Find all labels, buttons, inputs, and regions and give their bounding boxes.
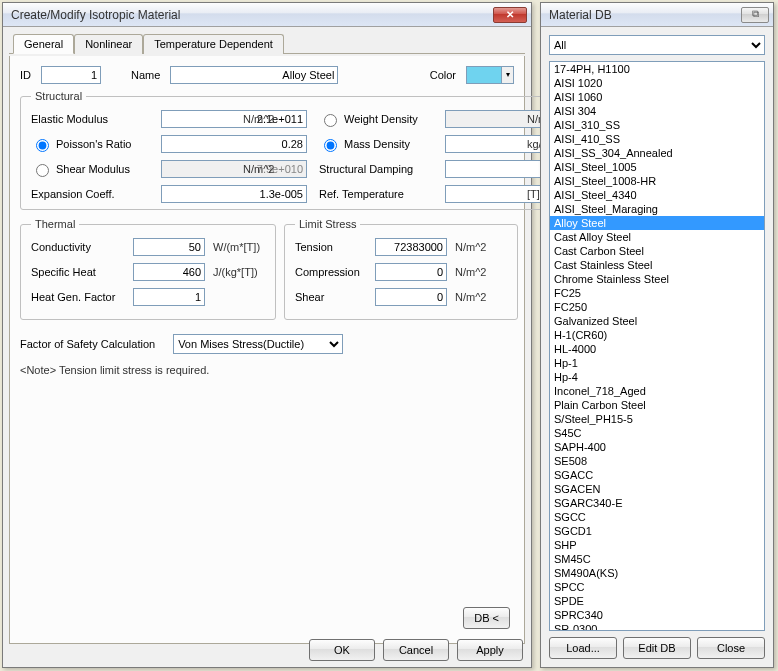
db-item[interactable]: AISI 1060 — [550, 90, 764, 104]
db-item[interactable]: SPCC — [550, 580, 764, 594]
db-item[interactable]: AISI 304 — [550, 104, 764, 118]
db-item[interactable]: FC25 — [550, 286, 764, 300]
db-item[interactable]: Cast Alloy Steel — [550, 230, 764, 244]
db-toggle-button[interactable]: DB < — [463, 607, 510, 629]
db-material-list[interactable]: 17-4PH, H1100AISI 1020AISI 1060AISI 304A… — [549, 61, 765, 631]
db-item[interactable]: HL-4000 — [550, 342, 764, 356]
fos-row: Factor of Safety Calculation Von Mises S… — [20, 334, 514, 354]
specific-heat-label: Specific Heat — [31, 266, 129, 278]
db-item[interactable]: Plain Carbon Steel — [550, 398, 764, 412]
db-item[interactable]: AISI_Steel_4340 — [550, 188, 764, 202]
db-filter-select[interactable]: All — [549, 35, 765, 55]
poissons-ratio-input[interactable] — [161, 135, 307, 153]
tension-input[interactable] — [375, 238, 447, 256]
db-item[interactable]: S/Steel_PH15-5 — [550, 412, 764, 426]
tab-strip: General Nonlinear Temperature Dependent — [9, 33, 525, 54]
structural-damping-label: Structural Damping — [319, 163, 413, 175]
fos-label: Factor of Safety Calculation — [20, 338, 155, 350]
db-item[interactable]: AISI_Steel_1008-HR — [550, 174, 764, 188]
row-id-name: ID Name Color ▾ — [20, 66, 514, 84]
db-item[interactable]: SAPH-400 — [550, 440, 764, 454]
id-label: ID — [20, 69, 31, 81]
db-titlebar: Material DB ⧉ — [541, 3, 773, 27]
db-item[interactable]: AISI_410_SS — [550, 132, 764, 146]
expansion-coeff-input[interactable] — [161, 185, 307, 203]
shear-modulus-radio[interactable]: Shear Modulus — [31, 161, 161, 177]
edit-db-button[interactable]: Edit DB — [623, 637, 691, 659]
color-dropdown-icon[interactable]: ▾ — [502, 66, 514, 84]
db-item[interactable]: SM45C — [550, 552, 764, 566]
db-item[interactable]: SGARC340-E — [550, 496, 764, 510]
note-text: <Note> Tension limit stress is required. — [20, 364, 514, 376]
elastic-modulus-label: Elastic Modulus — [31, 113, 108, 125]
heat-gen-factor-input[interactable] — [133, 288, 205, 306]
main-body: General Nonlinear Temperature Dependent … — [3, 27, 531, 650]
main-title: Create/Modify Isotropic Material — [11, 8, 493, 22]
thermal-legend: Thermal — [31, 218, 79, 230]
cancel-button[interactable]: Cancel — [383, 639, 449, 661]
mass-density-radio[interactable]: Mass Density — [319, 136, 445, 152]
db-item[interactable]: 17-4PH, H1100 — [550, 62, 764, 76]
compression-unit: N/m^2 — [455, 266, 507, 278]
db-item[interactable]: AISI_SS_304_Annealed — [550, 146, 764, 160]
close-icon[interactable]: ✕ — [493, 7, 527, 23]
weight-density-radio[interactable]: Weight Density — [319, 111, 445, 127]
db-item[interactable]: Galvanized Steel — [550, 314, 764, 328]
db-item[interactable]: SR-0300 — [550, 622, 764, 631]
tab-tempdep[interactable]: Temperature Dependent — [143, 34, 284, 54]
thermal-limit-row: Thermal ConductivityW/(m*[T]) Specific H… — [20, 218, 514, 328]
db-item[interactable]: SGACC — [550, 468, 764, 482]
load-button[interactable]: Load... — [549, 637, 617, 659]
conductivity-input[interactable] — [133, 238, 205, 256]
conductivity-label: Conductivity — [31, 241, 129, 253]
id-input[interactable] — [41, 66, 101, 84]
fos-select[interactable]: Von Mises Stress(Ductile) — [173, 334, 343, 354]
limit-stress-group: Limit Stress TensionN/m^2 CompressionN/m… — [284, 218, 518, 320]
shear-modulus-unit: N/m^2 — [243, 163, 295, 175]
db-item[interactable]: FC250 — [550, 300, 764, 314]
tab-general[interactable]: General — [13, 34, 74, 54]
conductivity-unit: W/(m*[T]) — [213, 241, 265, 253]
db-item[interactable]: Cast Stainless Steel — [550, 258, 764, 272]
db-item[interactable]: Cast Carbon Steel — [550, 244, 764, 258]
shear-input[interactable] — [375, 288, 447, 306]
db-body: All 17-4PH, H1100AISI 1020AISI 1060AISI … — [541, 27, 773, 667]
compression-input[interactable] — [375, 263, 447, 281]
specific-heat-unit: J/(kg*[T]) — [213, 266, 265, 278]
name-input[interactable] — [170, 66, 338, 84]
db-item[interactable]: SPDE — [550, 594, 764, 608]
db-item[interactable]: SM490A(KS) — [550, 566, 764, 580]
db-item[interactable]: H-1(CR60) — [550, 328, 764, 342]
db-close-icon[interactable]: ⧉ — [741, 7, 769, 23]
specific-heat-input[interactable] — [133, 263, 205, 281]
tension-unit: N/m^2 — [455, 241, 507, 253]
db-item[interactable]: AISI_Steel_Maraging — [550, 202, 764, 216]
db-item[interactable]: SGACEN — [550, 482, 764, 496]
db-item[interactable]: AISI_310_SS — [550, 118, 764, 132]
compression-label: Compression — [295, 266, 371, 278]
tab-nonlinear[interactable]: Nonlinear — [74, 34, 143, 54]
color-swatch[interactable] — [466, 66, 502, 84]
db-item[interactable]: SE508 — [550, 454, 764, 468]
db-item[interactable]: SHP — [550, 538, 764, 552]
db-item[interactable]: S45C — [550, 426, 764, 440]
db-item[interactable]: SGCD1 — [550, 524, 764, 538]
db-item[interactable]: SPRC340 — [550, 608, 764, 622]
db-item[interactable]: AISI 1020 — [550, 76, 764, 90]
close-button[interactable]: Close — [697, 637, 765, 659]
db-item[interactable]: Alloy Steel — [550, 216, 764, 230]
db-item[interactable]: Hp-4 — [550, 370, 764, 384]
db-item[interactable]: SGCC — [550, 510, 764, 524]
db-item[interactable]: Chrome Stainless Steel — [550, 272, 764, 286]
db-item[interactable]: Hp-1 — [550, 356, 764, 370]
shear-label: Shear — [295, 291, 371, 303]
heat-gen-factor-label: Heat Gen. Factor — [31, 291, 129, 303]
ok-button[interactable]: OK — [309, 639, 375, 661]
poissons-ratio-radio[interactable]: Poisson's Ratio — [31, 136, 161, 152]
expansion-coeff-label: Expansion Coeff. — [31, 188, 115, 200]
db-item[interactable]: AISI_Steel_1005 — [550, 160, 764, 174]
apply-button[interactable]: Apply — [457, 639, 523, 661]
db-window: Material DB ⧉ All 17-4PH, H1100AISI 1020… — [540, 2, 774, 668]
structural-group: Structural Elastic Modulus N/m^2 Weight … — [20, 90, 590, 210]
db-item[interactable]: Inconel_718_Aged — [550, 384, 764, 398]
